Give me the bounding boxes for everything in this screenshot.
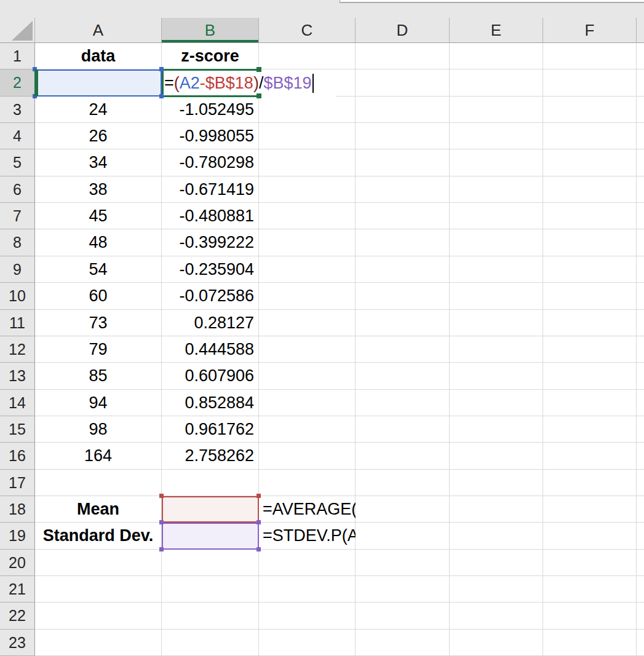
cell-C22[interactable] xyxy=(259,603,356,630)
reference-corner-handle[interactable] xyxy=(159,94,164,98)
cell-B15[interactable]: 0.961762 xyxy=(162,416,259,443)
cell-D23[interactable] xyxy=(356,630,450,656)
cell-C6[interactable] xyxy=(259,176,356,203)
cell-D2[interactable] xyxy=(356,69,450,97)
cell-D17[interactable] xyxy=(356,470,450,496)
cell-C10[interactable] xyxy=(259,283,356,310)
cell-D22[interactable] xyxy=(356,603,450,630)
row-header-17[interactable]: 17 xyxy=(0,470,35,496)
row-header-14[interactable]: 14 xyxy=(0,390,35,416)
cell-F13[interactable] xyxy=(543,363,637,390)
row-header-15[interactable]: 15 xyxy=(0,416,35,443)
row-header-18[interactable]: 18 xyxy=(0,496,35,523)
row-header-5[interactable]: 5 xyxy=(0,149,35,176)
cell-F22[interactable] xyxy=(543,603,637,630)
cell-F11[interactable] xyxy=(543,310,637,336)
cell-A16[interactable]: 164 xyxy=(35,443,162,470)
row-header-10[interactable]: 10 xyxy=(0,283,35,310)
cell-D14[interactable] xyxy=(356,390,450,416)
cell-D3[interactable] xyxy=(356,97,450,123)
cell-A1[interactable]: data xyxy=(35,43,162,69)
cell-E4[interactable] xyxy=(450,123,543,149)
cell-A18[interactable]: Mean xyxy=(35,496,162,523)
row-header-16[interactable]: 16 xyxy=(0,443,35,470)
cell-A12[interactable]: 79 xyxy=(35,336,162,363)
cell-C13[interactable] xyxy=(259,363,356,390)
cell-A7[interactable]: 45 xyxy=(35,203,162,229)
row-header-2[interactable]: 2 xyxy=(0,69,35,97)
cell-C19[interactable]: =STDEV.P(A2:A16) xyxy=(259,523,356,550)
cell-C1[interactable] xyxy=(259,43,356,69)
cell-C18[interactable]: =AVERAGE(A2:A16) xyxy=(259,496,356,523)
cell-E8[interactable] xyxy=(450,229,543,256)
cell-F3[interactable] xyxy=(543,97,637,123)
cell-F14[interactable] xyxy=(543,390,637,416)
cell-F7[interactable] xyxy=(543,203,637,229)
cell-A14[interactable]: 94 xyxy=(35,390,162,416)
cell-C3[interactable] xyxy=(259,97,356,123)
cell-B7[interactable]: -0.480881 xyxy=(162,203,259,229)
row-header-8[interactable]: 8 xyxy=(0,229,35,256)
column-header-E[interactable]: E xyxy=(450,18,543,43)
cell-D7[interactable] xyxy=(356,203,450,229)
row-header-9[interactable]: 9 xyxy=(0,256,35,283)
cell-F10[interactable] xyxy=(543,283,637,310)
select-all-button[interactable] xyxy=(0,18,35,43)
cell-E2[interactable] xyxy=(450,69,543,97)
cell-E1[interactable] xyxy=(450,43,543,69)
cell-E23[interactable] xyxy=(450,630,543,656)
cell-E6[interactable] xyxy=(450,176,543,203)
cell-B5[interactable]: -0.780298 xyxy=(162,149,259,176)
cell-E10[interactable] xyxy=(450,283,543,310)
cell-D11[interactable] xyxy=(356,310,450,336)
row-header-7[interactable]: 7 xyxy=(0,203,35,229)
cell-A5[interactable]: 34 xyxy=(35,149,162,176)
row-header-13[interactable]: 13 xyxy=(0,363,35,390)
cell-B8[interactable]: -0.399222 xyxy=(162,229,259,256)
cell-F20[interactable] xyxy=(543,550,637,576)
cell-D19[interactable] xyxy=(356,523,450,550)
cell-D18[interactable] xyxy=(356,496,450,523)
cell-E14[interactable] xyxy=(450,390,543,416)
cell-E22[interactable] xyxy=(450,603,543,630)
cell-D1[interactable] xyxy=(356,43,450,69)
cell-D15[interactable] xyxy=(356,416,450,443)
cell-C11[interactable] xyxy=(259,310,356,336)
row-header-11[interactable]: 11 xyxy=(0,310,35,336)
cell-F9[interactable] xyxy=(543,256,637,283)
cell-B9[interactable]: -0.235904 xyxy=(162,256,259,283)
cell-A20[interactable] xyxy=(35,550,162,576)
column-header-C[interactable]: C xyxy=(259,18,356,43)
cell-E18[interactable] xyxy=(450,496,543,523)
cell-D8[interactable] xyxy=(356,229,450,256)
column-header-F[interactable]: F xyxy=(543,18,637,43)
row-header-12[interactable]: 12 xyxy=(0,336,35,363)
row-header-6[interactable]: 6 xyxy=(0,176,35,203)
cell-E9[interactable] xyxy=(450,256,543,283)
cell-B13[interactable]: 0.607906 xyxy=(162,363,259,390)
cell-B12[interactable]: 0.444588 xyxy=(162,336,259,363)
cell-C17[interactable] xyxy=(259,470,356,496)
cell-D10[interactable] xyxy=(356,283,450,310)
cell-B22[interactable] xyxy=(162,603,259,630)
reference-corner-handle[interactable] xyxy=(159,67,164,71)
cell-F16[interactable] xyxy=(543,443,637,470)
cell-C14[interactable] xyxy=(259,390,356,416)
reference-corner-handle[interactable] xyxy=(159,520,164,524)
cell-C8[interactable] xyxy=(259,229,356,256)
cell-D13[interactable] xyxy=(356,363,450,390)
cell-C15[interactable] xyxy=(259,416,356,443)
cell-F8[interactable] xyxy=(543,229,637,256)
reference-corner-handle[interactable] xyxy=(256,547,261,551)
cell-B20[interactable] xyxy=(162,550,259,576)
cell-C20[interactable] xyxy=(259,550,356,576)
row-header-4[interactable]: 4 xyxy=(0,123,35,149)
row-header-3[interactable]: 3 xyxy=(0,97,35,123)
reference-corner-handle[interactable] xyxy=(159,494,164,498)
cell-D12[interactable] xyxy=(356,336,450,363)
cell-A19[interactable]: Standard Dev. xyxy=(35,523,162,550)
cell-B14[interactable]: 0.852884 xyxy=(162,390,259,416)
cell-A4[interactable]: 26 xyxy=(35,123,162,149)
cell-E21[interactable] xyxy=(450,576,543,603)
cell-A6[interactable]: 38 xyxy=(35,176,162,203)
